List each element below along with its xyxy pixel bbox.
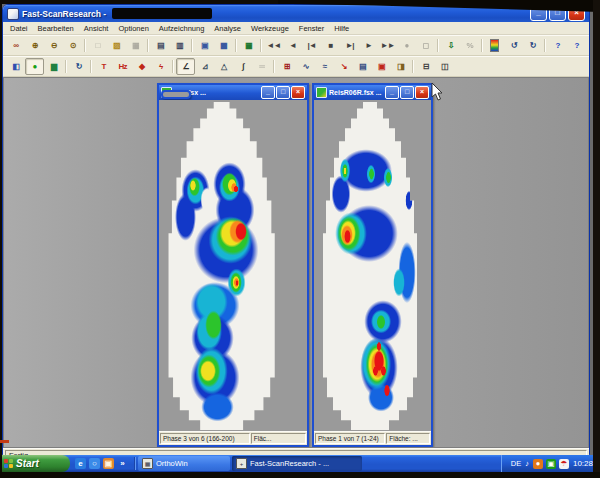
export-icon[interactable]: ⇩ [441,37,460,54]
overflow-chevron[interactable]: » [117,458,128,469]
app-title: Fast-ScanResearch - [22,9,106,19]
child-minimize-button[interactable]: _ [385,86,399,99]
print-icon[interactable]: ▤ [151,37,170,54]
tray-icon-network[interactable]: ▣ [546,459,556,469]
link-icon[interactable]: ∞ [6,37,25,54]
pressure-blob [233,184,239,194]
right-window-titlebar[interactable]: ReisR06R.fsx ... _ □ × [314,85,431,100]
menu-datei[interactable]: Datei [5,24,33,33]
globe-icon[interactable]: ○ [89,458,100,469]
zoom-in-icon[interactable]: ⊕ [25,37,44,54]
curve-smooth-icon[interactable]: ≈ [315,58,334,75]
tile-horizontal-icon[interactable]: ⊟ [416,58,435,75]
mail-icon[interactable]: ▣ [103,458,114,469]
new-file-icon[interactable]: □ [88,37,107,54]
taskbar-task-1[interactable]: ▦OrthoWin [138,456,230,471]
menu-fenster[interactable]: Fenster [294,24,329,33]
area-icon[interactable]: △ [214,58,233,75]
child-maximize-button[interactable]: □ [400,86,414,99]
rotate-right-icon[interactable]: ↻ [523,37,542,54]
last-frame-icon[interactable]: ►| [340,37,359,54]
pressure-blob [343,166,347,176]
tray-icons: ●▣☂ [533,459,569,469]
rewind-icon[interactable]: ◄◄ [264,37,283,54]
angle-icon[interactable]: ∠ [176,58,195,75]
right-foot-window[interactable]: ReisR06R.fsx ... _ □ × Phase 1 von 7 (1-… [312,83,433,447]
frequency-icon[interactable]: Hz [113,58,132,75]
area-indicator: Fläche: ... [386,433,430,444]
view-chart-icon[interactable]: ▆ [44,58,63,75]
save-icon[interactable]: ▦ [126,37,145,54]
impulse-icon[interactable]: ϟ [151,58,170,75]
area-indicator: Fläc... [251,433,306,444]
left-foot-scan-view[interactable] [159,100,307,431]
child-close-button[interactable]: × [415,86,429,99]
fast-forward-icon[interactable]: ►► [378,37,397,54]
stop-icon[interactable]: ■ [321,37,340,54]
taskbar-task-2[interactable]: +Fast-ScanResearch - ... [232,456,362,471]
menu-ansicht[interactable]: Ansicht [79,24,114,33]
step-back-icon[interactable]: ◄ [283,37,302,54]
curve-edit-icon[interactable]: ∿ [296,58,315,75]
percent-icon[interactable]: % [460,37,479,54]
view-pressure-icon[interactable]: ● [25,58,44,75]
menu-hilfe[interactable]: Hilfe [329,24,354,33]
language-indicator[interactable]: DE [511,459,521,468]
ruler-icon[interactable]: ═ [252,58,271,75]
pressure-blob [385,169,392,185]
toolbar-separator [437,39,439,52]
pressure-blob [375,312,387,332]
menu-aufzeichnung[interactable]: Aufzeichnung [154,24,209,33]
color-scale-icon[interactable] [485,37,504,54]
child-maximize-button[interactable]: □ [276,86,290,99]
menu-optionen[interactable]: Optionen [113,24,153,33]
triangle-icon[interactable]: ⊿ [195,58,214,75]
avira-umbrella-icon[interactable]: ☂ [559,459,569,469]
force-time-icon[interactable]: T [94,58,113,75]
tile-vertical-icon[interactable]: ◫ [435,58,454,75]
view-colors-icon[interactable]: ◧ [6,58,25,75]
report-icon[interactable]: ▤ [353,58,372,75]
toolbar-separator [412,60,414,73]
open-file-icon[interactable]: ▨ [107,37,126,54]
refresh-icon[interactable]: ↻ [69,58,88,75]
play-icon[interactable]: ► [359,37,378,54]
rotate-left-icon[interactable]: ↺ [504,37,523,54]
task-icon: ▦ [142,458,153,469]
left-foot-window[interactable]: 06L.fsx ... _ □ × Phase 3 von 6 (166-200… [157,83,309,447]
tray-icon-update[interactable]: ● [533,459,543,469]
taskbar: Start e○▣» ▦OrthoWin+Fast-ScanResearch -… [0,455,600,472]
paste-icon[interactable]: ▩ [214,37,233,54]
menu-analyse[interactable]: Analyse [209,24,246,33]
first-frame-icon[interactable]: |◄ [302,37,321,54]
print-preview-icon[interactable]: ▥ [170,37,189,54]
print-report-icon[interactable]: ▣ [372,58,391,75]
ie-icon[interactable]: e [75,458,86,469]
record-icon[interactable]: ● [397,37,416,54]
start-button[interactable]: Start [0,455,70,472]
loop-icon[interactable]: ◻ [416,37,435,54]
child-minimize-button[interactable]: _ [261,86,275,99]
taskbar-clock[interactable]: 10:28 [573,459,593,468]
integral-icon[interactable]: ∫ [233,58,252,75]
pressure-blob [235,279,240,288]
zoom-out-icon[interactable]: ⊖ [44,37,63,54]
right-foot-scan-view[interactable] [314,100,431,431]
child-close-button[interactable]: × [291,86,305,99]
left-window-titlebar[interactable]: 06L.fsx ... _ □ × [159,85,307,100]
export-data-icon[interactable]: ◨ [391,58,410,75]
context-help-icon[interactable]: ? [567,37,586,54]
help-icon[interactable]: ? [548,37,567,54]
zoom-fit-icon[interactable]: ⊙ [63,37,82,54]
start-label: Start [16,458,39,469]
diamond-icon[interactable]: ◆ [132,58,151,75]
film-icon[interactable]: ▦ [239,37,258,54]
app-window: Fast-ScanResearch - _ □ × DateiBearbeite… [2,4,590,455]
volume-icon[interactable]: ♪ [525,459,529,468]
menu-bearbeiten[interactable]: Bearbeiten [33,24,79,33]
copy-icon[interactable]: ▣ [195,37,214,54]
menu-werkzeuge[interactable]: Werkzeuge [246,24,294,33]
pressure-blob [372,364,379,378]
marker-icon[interactable]: ↘ [334,58,353,75]
grid-icon[interactable]: ⊞ [277,58,296,75]
